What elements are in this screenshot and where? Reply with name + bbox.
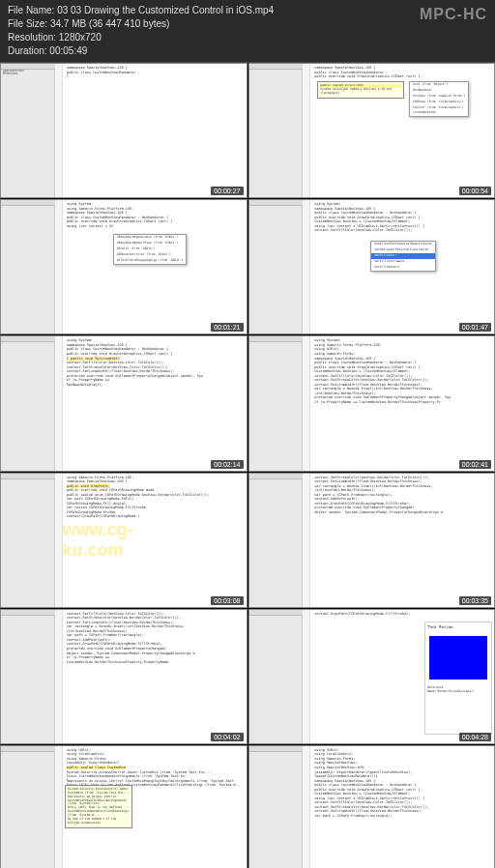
autocomplete-item[interactable]: SetFillPattern: [371, 265, 435, 271]
timestamp: 00:02:14: [211, 460, 243, 469]
ide-sidebar: [1, 746, 55, 868]
thumbnail-9[interactable]: context.SetFillColor(boxView.Color.ToCGC…: [0, 609, 248, 744]
code-editor: namespace SpecialBoxView.iOS { public cl…: [55, 64, 247, 197]
thumbnail-10[interactable]: context.DrawPath(CGPathDrawingMode.FillS…: [248, 609, 496, 744]
code-editor: using UIKit; using CoreGraphics; using X…: [55, 746, 247, 868]
thumbnail-7[interactable]: www.cg-ku.com using Xamarin.Forms.Platfo…: [0, 473, 248, 608]
code-editor: namespace SpecialBoxView.iOS { public cl…: [303, 64, 494, 197]
intellisense-tooltip: public sealed struct bool System.ValueTy…: [317, 81, 404, 99]
code-editor: using Xamarin.Forms.Platform.iOS; namesp…: [55, 474, 247, 607]
code-editor: using System; using Xamarin.Forms.Platfo…: [55, 200, 247, 333]
code-line: context.SetFillColor(boxView.Color.ToCGC…: [314, 228, 492, 233]
code-editor: using System; using Xamarin.Forms.Platfo…: [303, 336, 494, 470]
resolution-label: Resolution:: [8, 32, 56, 43]
thumbnail-5[interactable]: using System; namespace SpecialBoxView.i…: [0, 335, 248, 471]
resolution-value: 1280x720: [59, 32, 102, 43]
duration-value: 00:05:49: [49, 45, 87, 56]
app-title: MPC-HC: [420, 4, 487, 25]
thumbnail-2[interactable]: namespace SpecialBoxView.iOS { public cl…: [248, 63, 496, 198]
file-name-value: 03 03 Drawing the Customized Control in …: [57, 5, 274, 15]
thumbnail-11[interactable]: using UIKit; using CoreGraphics; using X…: [0, 745, 248, 868]
code-editor: using System; namespace SpecialBoxView.i…: [303, 200, 494, 333]
thumbnail-12[interactable]: using UIKit; using CoreGraphics; using X…: [248, 745, 496, 868]
ide-sidebar: [249, 336, 304, 470]
ide-sidebar: [249, 200, 304, 333]
code-line: }: [67, 74, 245, 79]
autocomplete-popup: UIKeyboardAppearance (from 'UIKit') UIKe…: [113, 234, 188, 264]
autocomplete-item[interactable]: UITextFieldChangingArgs (from 'UIKit'): [114, 258, 187, 264]
blue-box-preview: [429, 636, 487, 680]
code-editor: context.SetFillColor(boxView.Color.ToCGC…: [55, 610, 247, 743]
ide-sidebar: [249, 746, 304, 868]
ide-sidebar: [249, 64, 304, 197]
code-line: var path = CGPath.FromRect(rectangle);: [314, 814, 492, 819]
code-editor: context.DrawPath(CGPathDrawingMode.FillS…: [303, 610, 494, 743]
autocomplete-popup: bool (from 'Object') BoxRenderer BoxView…: [409, 81, 469, 117]
duration-label: Duration:: [8, 45, 47, 56]
ide-sidebar: Solution SpecialBoxView References: [1, 64, 55, 197]
code-line: object sender, System.ComponentModel.Pro…: [314, 510, 492, 515]
code-editor: using UIKit; using CoreGraphics; using X…: [303, 746, 494, 868]
thumbnail-6[interactable]: using System; using Xamarin.Forms.Platfo…: [248, 335, 496, 471]
thumbnail-8[interactable]: context.SetStrokeColor(boxView.BorderCol…: [248, 473, 496, 608]
timestamp: 00:03:08: [211, 596, 243, 605]
code-editor: using System; namespace SpecialBoxView.i…: [55, 336, 247, 470]
sidebar-item: References: [3, 72, 52, 76]
sim-title: Task Review: [425, 622, 491, 631]
timestamp: 00:03:35: [459, 596, 491, 605]
ide-sidebar: [1, 336, 55, 470]
thumbnail-1[interactable]: Solution SpecialBoxView References names…: [0, 63, 248, 198]
doc-tooltip: System.Security.AccessControl.Gener Cust…: [65, 785, 132, 828]
code-editor: context.SetStrokeColor(boxView.BorderCol…: [303, 474, 494, 607]
autocomplete-popup: SetAllowsFontSubpixelQuantization SetCha…: [370, 241, 436, 271]
highlight: { public void SetLineWidth: [67, 357, 120, 361]
simulator-panel: Task Review Reference Name="BorderThickn…: [424, 622, 492, 735]
file-size-value: 34.7 MB (36 447 410 bytes): [50, 18, 169, 29]
file-size-label: File Size:: [8, 18, 47, 29]
reference-label: Reference Name="BorderThicknessLabel": [425, 684, 491, 696]
code-line: using (var context = UI: [67, 224, 245, 229]
code-line: if (e.PropertyName == CustomBoxView.Bord…: [314, 400, 492, 405]
thumbnail-4[interactable]: using System; namespace SpecialBoxView.i…: [248, 199, 496, 334]
highlight: public sealed class CustomRce: [67, 766, 126, 769]
ide-sidebar: [1, 474, 55, 607]
tooltip-line: AceType enumeration.: [68, 822, 130, 825]
timestamp: 00:02:41: [459, 460, 491, 469]
timestamp: 00:00:54: [459, 187, 491, 195]
code-line: SetNeedsDisplay();: [67, 383, 245, 388]
tooltip-body: System.ValueType Summary Defines a 2d bo…: [320, 88, 401, 96]
timestamp: 00:01:47: [459, 323, 491, 332]
timestamp: 00:04:02: [211, 733, 243, 741]
code-line: context.DrawPath(CGPathDrawingMode.FillS…: [314, 612, 492, 617]
code-line: context.DrawPath(CGPathDrawingMode.): [67, 514, 245, 519]
timestamp: 00:04:28: [459, 733, 491, 741]
code-line: public override void DrawCoreGraphics.CG…: [314, 74, 492, 79]
ide-sidebar: [1, 200, 55, 333]
code-line: CustomBoxView.BorderThicknessProperty.Pr…: [67, 660, 245, 665]
ide-sidebar: [249, 610, 304, 743]
autocomplete-item[interactable]: CustomBoxView: [410, 110, 468, 116]
thumbnail-grid: Solution SpecialBoxView References names…: [0, 63, 495, 868]
file-info-header: File Name: 03 03 Drawing the Customized …: [0, 0, 495, 63]
ide-sidebar: [1, 610, 55, 743]
highlight: public void DrawPath(: [67, 484, 109, 488]
timestamp: 00:01:21: [211, 323, 243, 332]
ide-sidebar: [249, 474, 304, 607]
timestamp: 00:00:27: [211, 187, 243, 195]
thumbnail-3[interactable]: using System; using Xamarin.Forms.Platfo…: [0, 199, 248, 334]
file-name-label: File Name:: [8, 5, 54, 15]
